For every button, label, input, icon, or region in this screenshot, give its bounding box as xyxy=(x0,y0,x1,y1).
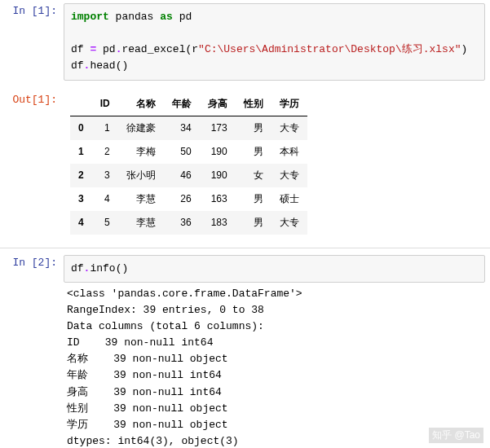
code-block-2[interactable]: df.info() xyxy=(64,255,485,283)
row-idx: 1 xyxy=(70,140,92,164)
cell-name: 李梅 xyxy=(118,140,164,164)
cell-id: 5 xyxy=(92,211,118,235)
out-prompt-1: Out[1]: xyxy=(0,89,64,106)
cell-1-body: import pandas as pd df = pd.read_excel(r… xyxy=(64,0,490,89)
ref-pd: pd xyxy=(96,43,115,55)
parens-head: () xyxy=(116,59,129,72)
cell-id: 4 xyxy=(92,187,118,211)
cell-age: 50 xyxy=(164,140,200,164)
dataframe-table: ID 名称 年龄 身高 性别 学历 0 1 徐建豪 34 173 男 大专 xyxy=(70,92,307,235)
cell-edu: 大专 xyxy=(271,116,307,140)
table-row: 0 1 徐建豪 34 173 男 大专 xyxy=(70,116,307,140)
out-1-body: ID 名称 年龄 身高 性别 学历 0 1 徐建豪 34 173 男 大专 xyxy=(64,89,490,243)
cell-name: 张小明 xyxy=(118,164,164,187)
cell-id: 1 xyxy=(92,116,118,140)
cell-2-input: In [2]: df.info() <class 'pandas.core.fr… xyxy=(0,252,490,448)
paren-close: ) xyxy=(461,43,468,55)
col-age: 年龄 xyxy=(164,92,200,116)
code-block-1[interactable]: import pandas as pd df = pd.read_excel(r… xyxy=(64,3,485,81)
cell-sex: 男 xyxy=(236,187,271,211)
col-name: 名称 xyxy=(118,92,164,116)
col-edu: 学历 xyxy=(271,92,307,116)
cell-height: 163 xyxy=(200,187,236,211)
cell-edu: 大专 xyxy=(271,211,307,235)
table-row: 4 5 李慧 36 183 男 大专 xyxy=(70,211,307,235)
cell-edu: 本科 xyxy=(271,140,307,164)
row-idx: 2 xyxy=(70,164,92,187)
fn-read-excel: read_excel xyxy=(121,43,185,55)
row-idx: 3 xyxy=(70,187,92,211)
in-prompt-1: In [1]: xyxy=(0,0,64,17)
var-df: df xyxy=(71,43,90,55)
cell-edu: 硕士 xyxy=(271,187,307,211)
col-id: ID xyxy=(92,92,118,116)
cell-name: 李慧 xyxy=(118,187,164,211)
col-index xyxy=(70,92,92,116)
cell-age: 34 xyxy=(164,116,200,140)
cell-divider xyxy=(0,248,490,248)
cell-edu: 大专 xyxy=(271,164,307,187)
row-idx: 4 xyxy=(70,211,92,235)
cell-age: 26 xyxy=(164,187,200,211)
kw-import: import xyxy=(71,11,109,23)
col-height: 身高 xyxy=(200,92,236,116)
cell-age: 36 xyxy=(164,211,200,235)
cell-sex: 男 xyxy=(236,211,271,235)
cell-id: 3 xyxy=(92,164,118,187)
in-prompt-2: In [2]: xyxy=(0,252,64,269)
table-row: 1 2 李梅 50 190 男 本科 xyxy=(70,140,307,164)
cell-sex: 女 xyxy=(236,164,271,187)
alias-pd: pd xyxy=(173,11,192,23)
cell-1-output: Out[1]: ID 名称 年龄 身高 性别 学历 0 1 徐建豪 xyxy=(0,89,490,243)
table-head: ID 名称 年龄 身高 性别 学历 xyxy=(70,92,307,116)
fn-head: head xyxy=(90,59,115,72)
table-row: 3 4 李慧 26 163 男 硕士 xyxy=(70,187,307,211)
cell-id: 2 xyxy=(92,140,118,164)
parens-info: () xyxy=(116,262,129,275)
cell-name: 徐建豪 xyxy=(118,116,164,140)
cell-sex: 男 xyxy=(236,116,271,140)
kw-as: as xyxy=(160,11,173,23)
cell-height: 173 xyxy=(200,116,236,140)
raw-prefix: r xyxy=(192,43,198,55)
cell-1-input: In [1]: import pandas as pd df = pd.read… xyxy=(0,0,490,89)
cell-age: 46 xyxy=(164,164,200,187)
cell-height: 190 xyxy=(200,164,236,187)
fn-info: info xyxy=(90,262,115,275)
cell-height: 190 xyxy=(200,140,236,164)
table-body: 0 1 徐建豪 34 173 男 大专 1 2 李梅 50 190 男 本科 xyxy=(70,116,307,235)
cell-sex: 男 xyxy=(236,140,271,164)
row-idx: 0 xyxy=(70,116,92,140)
var-df2: df xyxy=(71,59,84,72)
mod-pandas: pandas xyxy=(109,11,160,23)
path-string: "C:\Users\Administrator\Desktop\练习.xlsx" xyxy=(198,43,461,55)
cell-height: 183 xyxy=(200,211,236,235)
cell-name: 李慧 xyxy=(118,211,164,235)
info-output: <class 'pandas.core.frame.DataFrame'> Ra… xyxy=(64,283,485,448)
table-row: 2 3 张小明 46 190 女 大专 xyxy=(70,164,307,187)
col-sex: 性别 xyxy=(236,92,271,116)
var-df-c2: df xyxy=(71,262,84,275)
cell-2-body: df.info() <class 'pandas.core.frame.Data… xyxy=(64,252,490,448)
